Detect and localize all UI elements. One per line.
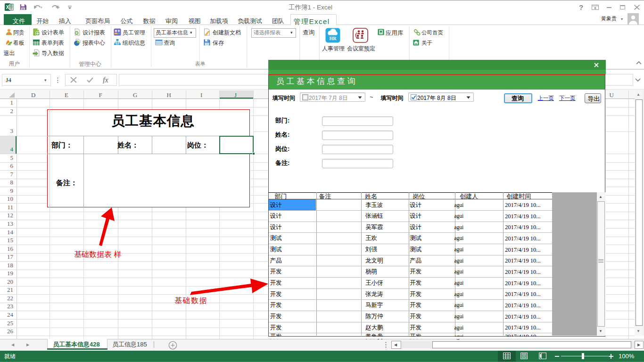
svg-text:fx: fx [103, 76, 108, 83]
svg-text:HR: HR [330, 36, 337, 41]
svg-text:X: X [6, 5, 9, 10]
